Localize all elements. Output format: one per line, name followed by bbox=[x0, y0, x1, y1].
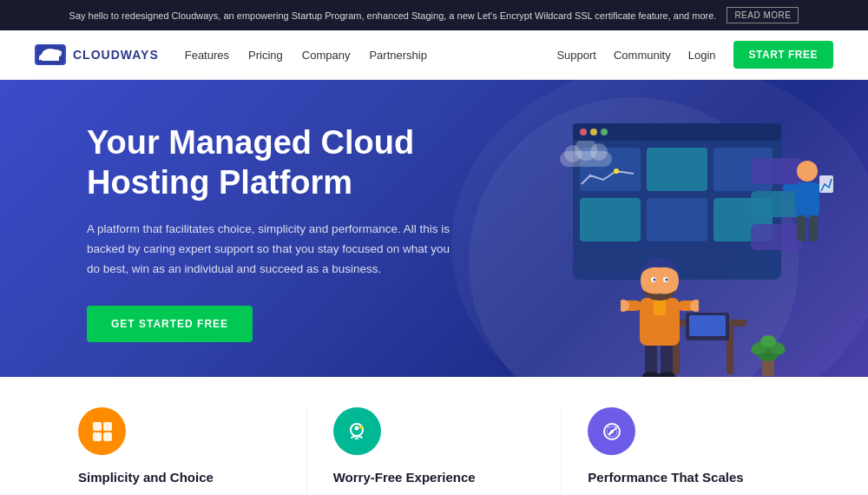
feature-title-worryfree: Worry-Free Experience bbox=[333, 469, 536, 486]
hero-description: A platform that facilitates choice, simp… bbox=[87, 220, 451, 280]
svg-point-44 bbox=[760, 335, 776, 347]
svg-rect-10 bbox=[647, 148, 707, 191]
hero-section: Your Managed Cloud Hosting Platform A pl… bbox=[0, 80, 868, 377]
svg-point-1 bbox=[39, 55, 44, 60]
svg-point-65 bbox=[610, 430, 614, 433]
nav-login[interactable]: Login bbox=[688, 49, 716, 62]
person-figure bbox=[621, 250, 699, 377]
feature-worryfree: Worry-Free Experience ✓24/7 Expert Suppo… bbox=[307, 407, 562, 495]
nav-support[interactable]: Support bbox=[556, 49, 596, 62]
plant-decoration bbox=[746, 315, 790, 377]
feature-icon-performance bbox=[588, 407, 635, 455]
svg-rect-50 bbox=[795, 182, 819, 217]
svg-rect-56 bbox=[93, 422, 102, 431]
hero-content: Your Managed Cloud Hosting Platform A pl… bbox=[87, 123, 451, 342]
feature-simplicity: Simplicity and Choice ✓5 Cloud Providers… bbox=[52, 407, 307, 495]
svg-rect-54 bbox=[809, 215, 818, 241]
svg-point-61 bbox=[355, 426, 359, 430]
nav-right: Support Community Login START FREE bbox=[556, 41, 833, 69]
nav-partnership[interactable]: Partnership bbox=[369, 49, 426, 62]
nav-links: Features Pricing Company Partnership bbox=[185, 49, 427, 62]
nav-left: CLOUDWAYS Features Pricing Company Partn… bbox=[35, 44, 427, 65]
svg-point-49 bbox=[797, 161, 818, 182]
svg-point-2 bbox=[48, 50, 54, 56]
svg-rect-59 bbox=[103, 432, 112, 441]
hero-title: Your Managed Cloud Hosting Platform bbox=[87, 123, 451, 202]
feature-title-simplicity: Simplicity and Choice bbox=[78, 469, 280, 486]
logo-icon bbox=[35, 44, 66, 65]
svg-rect-51 bbox=[783, 184, 797, 191]
svg-point-33 bbox=[666, 279, 668, 281]
nav-pricing[interactable]: Pricing bbox=[248, 49, 283, 62]
feature-icon-worryfree bbox=[333, 407, 381, 455]
start-free-button[interactable]: START FREE bbox=[733, 41, 833, 69]
svg-point-6 bbox=[580, 129, 587, 135]
logo-text: CLOUDWAYS bbox=[73, 48, 159, 62]
worker-figure-right bbox=[781, 158, 833, 248]
read-more-button[interactable]: READ MORE bbox=[727, 7, 799, 23]
svg-point-8 bbox=[601, 129, 608, 135]
svg-rect-12 bbox=[580, 198, 641, 241]
svg-point-32 bbox=[654, 279, 656, 281]
hero-illustration bbox=[451, 89, 833, 377]
announcement-bar: Say hello to redesigned Cloudways, an em… bbox=[0, 0, 868, 30]
cloud-decoration bbox=[556, 141, 616, 175]
logo[interactable]: CLOUDWAYS bbox=[35, 44, 159, 65]
svg-rect-57 bbox=[103, 422, 112, 431]
feature-title-performance: Performance That Scales bbox=[588, 469, 790, 486]
navigation: CLOUDWAYS Features Pricing Company Partn… bbox=[0, 30, 868, 80]
nav-company[interactable]: Company bbox=[302, 49, 351, 62]
nav-community[interactable]: Community bbox=[614, 49, 671, 62]
svg-rect-13 bbox=[647, 198, 707, 241]
nav-features[interactable]: Features bbox=[185, 49, 229, 62]
features-section: Simplicity and Choice ✓5 Cloud Providers… bbox=[0, 377, 868, 495]
svg-rect-19 bbox=[645, 341, 657, 376]
svg-point-7 bbox=[590, 129, 597, 135]
feature-icon-simplicity bbox=[78, 407, 126, 455]
svg-point-3 bbox=[56, 51, 62, 56]
svg-rect-58 bbox=[93, 432, 102, 441]
announcement-text: Say hello to redesigned Cloudways, an em… bbox=[69, 10, 717, 21]
get-started-button[interactable]: GET STARTED FREE bbox=[87, 306, 253, 342]
svg-rect-20 bbox=[661, 341, 673, 376]
svg-point-48 bbox=[590, 143, 608, 161]
svg-rect-53 bbox=[797, 215, 806, 241]
feature-performance: Performance That Scales ✓Optimized Stack… bbox=[562, 407, 816, 495]
